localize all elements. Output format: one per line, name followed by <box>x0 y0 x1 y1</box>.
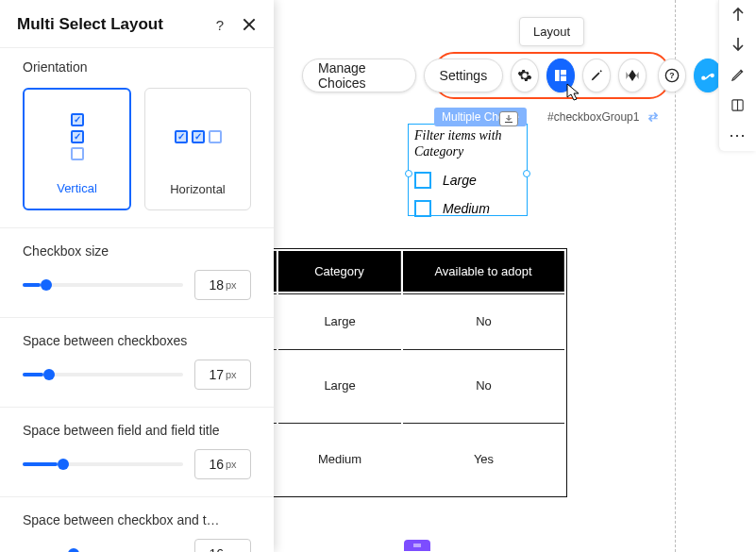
table-cell: No <box>403 293 564 347</box>
table-header: Category <box>278 251 401 292</box>
reverse-icon[interactable] <box>645 109 662 125</box>
more-icon[interactable]: ⋯ <box>727 126 749 143</box>
svg-point-5 <box>702 76 705 79</box>
checkbox-size-section: Checkbox size 18px <box>0 227 274 317</box>
svg-point-6 <box>712 75 714 77</box>
checkbox-icon[interactable] <box>414 200 431 217</box>
space-field-title-label: Space between field and field title <box>23 423 251 438</box>
space-field-title-slider[interactable] <box>23 462 183 466</box>
checkbox-size-input[interactable]: 18px <box>194 270 251 300</box>
orientation-vertical[interactable]: Vertical <box>23 88 131 210</box>
resize-handle-right[interactable] <box>523 170 530 177</box>
close-icon[interactable] <box>242 17 257 32</box>
element-label-row: Multiple Choice #checkboxGroup1 <box>434 108 662 126</box>
help-icon[interactable]: ? <box>658 59 686 92</box>
animation-icon[interactable] <box>618 59 647 92</box>
checkbox-size-label: Checkbox size <box>23 243 251 259</box>
checkbox-size-slider[interactable] <box>23 283 183 287</box>
checkbox-icon <box>175 130 188 143</box>
checkbox-option-label: Large <box>443 173 477 188</box>
checkbox-option-label: Medium <box>443 201 490 216</box>
checkbox-icon <box>192 130 205 143</box>
checkbox-icon <box>71 113 84 126</box>
panel-help-icon[interactable]: ? <box>211 17 228 33</box>
table-cell: No <box>403 349 564 421</box>
space-between-checkboxes-slider[interactable] <box>23 373 183 376</box>
checkbox-icon[interactable] <box>414 172 431 189</box>
space-field-title-section: Space between field and field title 16px <box>0 407 274 496</box>
checkbox-group-title: Filter items with Category <box>409 125 527 166</box>
checkbox-group-element[interactable]: Filter items with Category Large Medium <box>408 124 528 216</box>
element-toolbar: Manage Choices Settings ? <box>302 59 722 92</box>
checkbox-icon <box>71 130 84 143</box>
pencil-icon[interactable] <box>727 66 749 83</box>
layout-panel: Multi Select Layout ? Orientation Vertic… <box>0 0 274 552</box>
space-between-checkboxes-section: Space between checkboxes 17px <box>0 317 274 407</box>
space-checkbox-text-section: Space between checkbox and t… 16px <box>0 496 274 552</box>
bottom-handle[interactable] <box>404 540 430 551</box>
orientation-section: Orientation Vertical Horizontal <box>0 47 274 227</box>
table-cell: Large <box>278 293 401 347</box>
svg-rect-2 <box>561 76 566 81</box>
gear-icon[interactable] <box>511 59 539 92</box>
svg-rect-0 <box>555 70 560 81</box>
orientation-horizontal[interactable]: Horizontal <box>144 88 251 210</box>
element-action-chip[interactable] <box>499 111 518 126</box>
svg-rect-1 <box>561 70 566 75</box>
move-down-icon[interactable] <box>727 36 749 53</box>
checkbox-option[interactable]: Large <box>409 166 527 194</box>
table-header: Available to adopt <box>403 251 564 292</box>
settings-button[interactable]: Settings <box>424 59 504 92</box>
space-between-checkboxes-label: Space between checkboxes <box>23 333 251 348</box>
space-field-title-input[interactable]: 16px <box>194 449 251 479</box>
space-between-checkboxes-input[interactable]: 17px <box>194 360 251 390</box>
design-icon[interactable] <box>582 59 611 92</box>
layout-tooltip: Layout <box>519 17 584 46</box>
move-up-icon[interactable] <box>727 6 749 23</box>
checkbox-option[interactable]: Medium <box>409 194 527 223</box>
svg-text:?: ? <box>670 71 675 80</box>
orientation-horizontal-label: Horizontal <box>170 182 226 196</box>
layout-split-icon[interactable] <box>727 96 749 113</box>
checkbox-icon <box>209 130 222 143</box>
resize-handle-left[interactable] <box>405 170 412 177</box>
orientation-vertical-label: Vertical <box>57 181 97 195</box>
table-cell: Medium <box>278 423 401 494</box>
orientation-label: Orientation <box>23 59 251 75</box>
mouse-cursor <box>566 83 583 105</box>
checkbox-icon <box>71 147 84 160</box>
element-id: #checkboxGroup1 <box>547 110 639 124</box>
space-checkbox-text-input[interactable]: 16px <box>194 539 251 552</box>
panel-title: Multi Select Layout <box>17 15 211 34</box>
manage-choices-button[interactable]: Manage Choices <box>302 59 416 92</box>
table-cell: Yes <box>403 423 564 494</box>
space-checkbox-text-label: Space between checkbox and t… <box>23 512 251 527</box>
right-toolbar: ⋯ <box>718 0 756 151</box>
table-cell: Large <box>278 349 401 421</box>
